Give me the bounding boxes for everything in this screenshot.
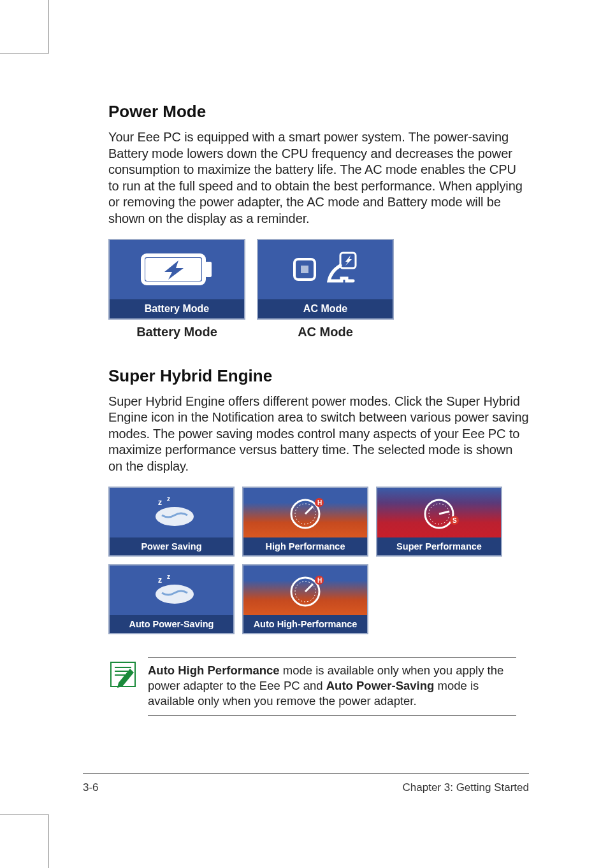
laptop-icon bbox=[291, 255, 319, 283]
battery-mode-card: Battery Mode bbox=[108, 239, 245, 320]
note-bold-2: Auto Power-Saving bbox=[326, 679, 435, 692]
svg-rect-5 bbox=[301, 266, 308, 273]
svg-text:z: z bbox=[158, 576, 162, 585]
battery-mode-caption: Battery Mode bbox=[108, 325, 245, 339]
power-saving-card: z z Power Saving bbox=[108, 487, 235, 557]
power-mode-heading: Power Mode bbox=[108, 102, 529, 122]
battery-sleep-icon: z z bbox=[143, 496, 200, 529]
svg-text:z: z bbox=[167, 496, 170, 502]
svg-text:H: H bbox=[317, 499, 322, 506]
note-bold-1: Auto High Performance bbox=[148, 664, 280, 677]
svg-line-13 bbox=[305, 506, 313, 514]
gauge-h-icon: H bbox=[282, 495, 328, 530]
power-mode-figures: Battery Mode Battery Mode AC Mode bbox=[108, 239, 529, 339]
power-saving-label: Power Saving bbox=[110, 537, 233, 555]
ac-mode-label: AC Mode bbox=[258, 299, 393, 318]
footer-rule bbox=[83, 773, 529, 774]
note-icon bbox=[108, 660, 138, 689]
auto-power-saving-card: z z Auto Power-Saving bbox=[108, 564, 235, 634]
super-performance-card: S Super Performance bbox=[376, 487, 502, 557]
svg-line-26 bbox=[305, 584, 313, 592]
super-performance-label: Super Performance bbox=[377, 537, 501, 555]
chapter-label: Chapter 3: Getting Started bbox=[403, 781, 529, 794]
svg-rect-1 bbox=[205, 262, 212, 277]
svg-marker-7 bbox=[345, 255, 352, 266]
battery-icon bbox=[139, 250, 215, 288]
super-hybrid-engine-paragraph: Super Hybrid Engine offers different pow… bbox=[108, 394, 529, 475]
gauge-s-icon: S bbox=[416, 495, 462, 530]
page-footer: 3-6 Chapter 3: Getting Started bbox=[83, 781, 529, 794]
super-hybrid-engine-heading: Super Hybrid Engine bbox=[108, 366, 529, 386]
svg-text:S: S bbox=[452, 517, 457, 524]
power-adapter-icon bbox=[322, 250, 361, 288]
ac-mode-caption: AC Mode bbox=[257, 325, 394, 339]
auto-high-performance-card: H Auto High-Performance bbox=[242, 564, 368, 634]
svg-text:z: z bbox=[167, 574, 170, 580]
svg-text:H: H bbox=[317, 577, 322, 584]
auto-high-performance-label: Auto High-Performance bbox=[243, 615, 367, 633]
note-box: Auto High Performance mode is available … bbox=[108, 657, 516, 716]
high-performance-card: H High Performance bbox=[242, 487, 368, 557]
page-number: 3-6 bbox=[83, 781, 99, 794]
ac-mode-card: AC Mode bbox=[257, 239, 394, 320]
power-mode-grid: z z Power Saving H High Performance bbox=[108, 487, 516, 634]
note-text: Auto High Performance mode is available … bbox=[148, 657, 516, 716]
svg-text:z: z bbox=[158, 498, 162, 507]
gauge-h-icon: H bbox=[282, 573, 328, 608]
battery-mode-label: Battery Mode bbox=[110, 299, 244, 318]
auto-power-saving-label: Auto Power-Saving bbox=[110, 615, 233, 633]
svg-point-10 bbox=[156, 507, 194, 526]
high-performance-label: High Performance bbox=[243, 537, 367, 555]
svg-line-18 bbox=[439, 511, 449, 514]
page-content: Power Mode Your Eee PC is equipped with … bbox=[108, 102, 529, 716]
battery-sleep-icon: z z bbox=[143, 574, 200, 607]
svg-point-23 bbox=[156, 585, 194, 604]
power-mode-paragraph: Your Eee PC is equipped with a smart pow… bbox=[108, 129, 529, 227]
